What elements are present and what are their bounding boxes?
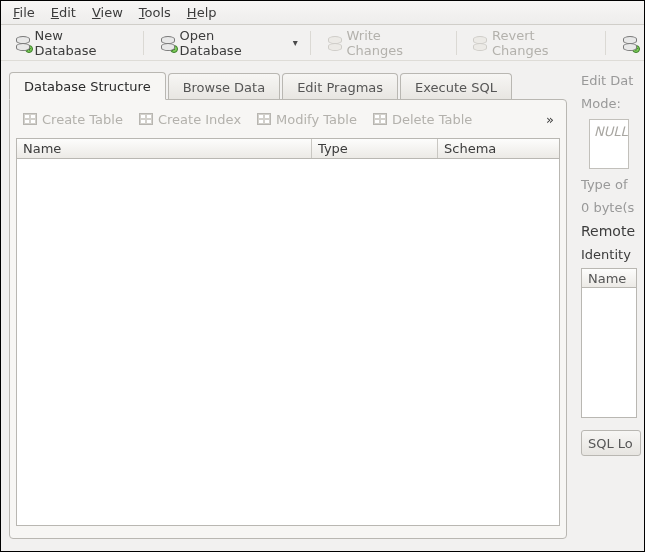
database-open-icon: ▸ <box>161 36 175 50</box>
identity-label: Identity <box>581 247 644 262</box>
new-database-button[interactable]: ★ New Database <box>7 29 135 57</box>
menu-help[interactable]: Help <box>179 3 225 22</box>
open-database-button[interactable]: ▸ Open Database <box>152 29 286 57</box>
tab-page: Create Table Create Index Modify Table D… <box>9 99 567 539</box>
index-icon <box>139 113 153 125</box>
create-index-button: Create Index <box>132 107 248 131</box>
tab-database-structure[interactable]: Database Structure <box>9 72 166 100</box>
modify-table-button: Modify Table <box>250 107 364 131</box>
main-toolbar: ★ New Database ▸ Open Database ▾ Write C… <box>1 25 644 61</box>
table-modify-icon <box>257 113 271 125</box>
bytes-label: 0 byte(s <box>581 200 644 215</box>
left-pane: Database Structure Browse Data Edit Prag… <box>1 61 577 551</box>
tab-strip: Database Structure Browse Data Edit Prag… <box>9 69 571 99</box>
cell-value-box[interactable]: NULL <box>589 119 629 169</box>
menu-tools[interactable]: Tools <box>131 3 179 22</box>
column-schema[interactable]: Schema <box>438 139 559 158</box>
schema-table-header: Name Type Schema <box>17 139 559 159</box>
sql-log-label: SQL Lo <box>588 436 633 451</box>
write-changes-button: Write Changes <box>319 29 448 57</box>
menu-edit[interactable]: Edit <box>43 3 84 22</box>
table-delete-icon <box>373 113 387 125</box>
sql-log-button[interactable]: SQL Lo <box>581 430 641 456</box>
structure-toolbar: Create Table Create Index Modify Table D… <box>16 106 560 132</box>
new-database-label: New Database <box>35 28 127 58</box>
remote-list[interactable] <box>581 288 637 418</box>
open-database-dropdown[interactable]: ▾ <box>290 37 302 48</box>
toolbar-extra-button[interactable]: + <box>614 29 638 57</box>
tab-edit-pragmas[interactable]: Edit Pragmas <box>282 73 398 100</box>
tab-execute-sql[interactable]: Execute SQL <box>400 73 512 100</box>
modify-table-label: Modify Table <box>276 112 357 127</box>
revert-changes-label: Revert Changes <box>492 28 592 58</box>
remote-name-header[interactable]: Name <box>581 268 637 288</box>
edit-panel-title: Edit Dat <box>581 73 644 88</box>
database-write-icon <box>328 36 342 50</box>
schema-table-body <box>17 159 559 525</box>
delete-table-button: Delete Table <box>366 107 479 131</box>
create-table-label: Create Table <box>42 112 123 127</box>
menu-view[interactable]: View <box>84 3 131 22</box>
create-table-button: Create Table <box>16 107 130 131</box>
database-revert-icon <box>473 36 487 50</box>
column-name[interactable]: Name <box>17 139 312 158</box>
right-pane: Edit Dat Mode: NULL Type of 0 byte(s Rem… <box>577 61 644 551</box>
table-icon <box>23 113 37 125</box>
delete-table-label: Delete Table <box>392 112 472 127</box>
remote-panel-title: Remote <box>581 223 644 239</box>
toolbar-separator <box>310 31 311 55</box>
schema-table[interactable]: Name Type Schema <box>16 138 560 526</box>
column-type[interactable]: Type <box>312 139 438 158</box>
toolbar-separator <box>605 31 606 55</box>
type-label: Type of <box>581 177 644 192</box>
write-changes-label: Write Changes <box>347 28 439 58</box>
mode-label: Mode: <box>581 96 644 111</box>
tab-browse-data[interactable]: Browse Data <box>168 73 281 100</box>
menu-bar: File Edit View Tools Help <box>1 1 644 25</box>
toolbar-separator <box>143 31 144 55</box>
database-new-icon: ★ <box>16 36 30 50</box>
open-database-label: Open Database <box>180 28 278 58</box>
toolbar-overflow-button[interactable]: » <box>540 112 560 127</box>
revert-changes-button: Revert Changes <box>464 29 601 57</box>
create-index-label: Create Index <box>158 112 241 127</box>
toolbar-separator <box>456 31 457 55</box>
menu-file[interactable]: File <box>5 3 43 22</box>
database-icon: + <box>623 36 637 50</box>
